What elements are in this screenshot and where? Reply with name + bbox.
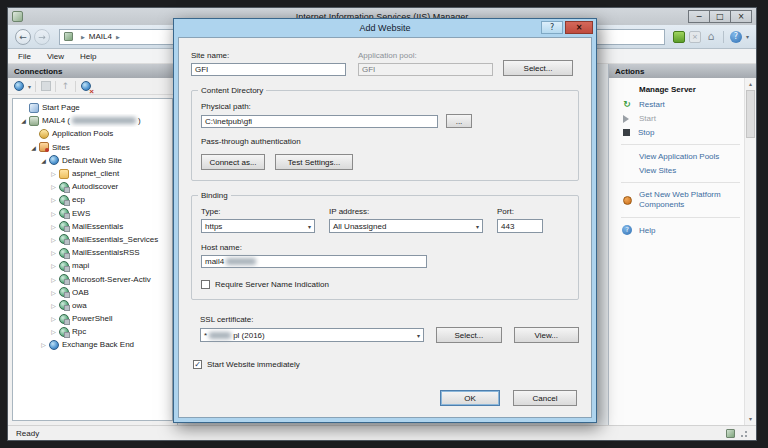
virtual-directory-icon	[59, 182, 69, 192]
tree-item-server[interactable]: ◢ MAIL4 ()	[13, 114, 172, 127]
start-page-icon	[29, 103, 39, 113]
action-stop[interactable]: Stop	[621, 128, 740, 137]
tree-item-sites[interactable]: ◢ Sites	[13, 141, 172, 154]
save-connections-icon[interactable]	[40, 81, 51, 92]
minimize-button[interactable]: −	[688, 10, 710, 23]
tree-item-rpc[interactable]: ▷ Rpc	[13, 325, 172, 338]
tree-item-oab[interactable]: ▷ OAB	[13, 286, 172, 299]
require-sni-checkbox[interactable]	[201, 280, 210, 289]
port-input[interactable]: 443	[497, 219, 543, 233]
ssl-certificate-dropdown[interactable]: *pl (2016) ▾	[200, 328, 424, 342]
help-icon[interactable]: ?	[730, 31, 742, 43]
ok-button[interactable]: OK	[440, 390, 500, 406]
tree-item-mailessentials[interactable]: ▷ MailEssentials	[13, 220, 172, 233]
expander-icon[interactable]: ▷	[49, 236, 58, 243]
cancel-button[interactable]: Cancel	[513, 390, 577, 406]
webdeploy-icon[interactable]	[673, 31, 685, 43]
tree-item-start-page[interactable]: Start Page	[13, 101, 172, 114]
site-name-input[interactable]: GFI	[191, 63, 346, 76]
ip-address-dropdown[interactable]: All Unassigned ▾	[329, 219, 483, 233]
tree-item-mapi[interactable]: ▷ mapi	[13, 259, 172, 272]
tree-item-ews[interactable]: ▷ EWS	[13, 207, 172, 220]
expander-icon[interactable]: ▷	[49, 170, 58, 177]
tree-item-autodiscover[interactable]: ▷ Autodiscover	[13, 180, 172, 193]
actions-divider	[621, 217, 740, 218]
connect-as-button[interactable]: Connect as...	[201, 154, 265, 170]
host-name-input[interactable]: mail4	[201, 255, 427, 268]
expander-icon[interactable]: ▷	[39, 341, 48, 348]
expander-icon[interactable]: ◢	[19, 117, 28, 124]
resize-grip[interactable]	[739, 429, 748, 438]
remove-connection-icon[interactable]	[80, 81, 91, 92]
physical-path-input[interactable]: C:\inetpub\gfi	[201, 115, 438, 128]
scroll-up-icon[interactable]: ▴	[745, 78, 756, 90]
virtual-directory-icon	[59, 314, 69, 324]
maximize-button[interactable]: □	[709, 10, 731, 23]
tree-item-microsoft-server-activesync[interactable]: ▷ Microsoft-Server-Activ	[13, 272, 172, 285]
chevron-down-icon[interactable]: ▾	[746, 33, 749, 40]
browse-button[interactable]: ...	[446, 114, 472, 128]
actions-scrollbar[interactable]: ▴ ▾	[744, 78, 756, 425]
close-button[interactable]: ×	[730, 10, 752, 23]
expander-icon[interactable]: ▷	[49, 262, 58, 269]
tree-item-ecp[interactable]: ▷ ecp	[13, 193, 172, 206]
action-view-sites[interactable]: View Sites	[639, 166, 740, 175]
action-restart[interactable]: ↻ Restart	[621, 99, 740, 109]
expander-icon[interactable]: ▷	[49, 249, 58, 256]
start-website-row[interactable]: ✓ Start Website immediately	[193, 360, 579, 369]
expander-icon[interactable]: ◢	[39, 157, 48, 164]
ssl-view-button[interactable]: View...	[514, 327, 579, 343]
sites-folder-icon	[39, 142, 49, 152]
check-icon: ✓	[194, 361, 201, 369]
ssl-certificate-label: SSL certificate:	[200, 315, 579, 324]
expander-icon[interactable]: ▷	[49, 196, 58, 203]
expander-icon[interactable]: ▷	[49, 276, 58, 283]
menu-help[interactable]: Help	[80, 52, 96, 61]
home-icon[interactable]: ⌂	[705, 31, 717, 43]
up-level-icon[interactable]: ↑	[60, 81, 71, 92]
connections-panel: Connections ▾ ↑ Start Page ◢ M	[8, 64, 178, 425]
forward-button[interactable]: →	[34, 29, 50, 45]
expander-icon[interactable]: ▷	[49, 328, 58, 335]
virtual-directory-icon	[59, 195, 69, 205]
menu-view[interactable]: View	[47, 52, 64, 61]
tree-item-owa[interactable]: ▷ owa	[13, 299, 172, 312]
expander-icon[interactable]: ▷	[49, 210, 58, 217]
dialog-close-button[interactable]: ×	[565, 21, 593, 34]
scroll-down-icon[interactable]: ▾	[745, 413, 756, 425]
ssl-select-button[interactable]: Select...	[436, 327, 501, 343]
menu-file[interactable]: File	[18, 52, 31, 61]
back-button[interactable]: ←	[15, 29, 31, 45]
tree-item-mailessentials-services[interactable]: ▷ MailEssentials_Services	[13, 233, 172, 246]
tree-item-powershell[interactable]: ▷ PowerShell	[13, 312, 172, 325]
expander-icon[interactable]: ▷	[49, 223, 58, 230]
select-app-pool-button[interactable]: Select...	[503, 60, 573, 76]
connect-server-icon[interactable]	[13, 81, 24, 92]
virtual-directory-icon	[59, 287, 69, 297]
action-help[interactable]: ? Help	[621, 225, 740, 235]
require-sni-row[interactable]: Require Server Name Indication	[201, 280, 569, 289]
tree-item-mailessentialsrss[interactable]: ▷ MailEssentialsRSS	[13, 246, 172, 259]
dialog-help-button[interactable]: ?	[541, 21, 563, 34]
test-settings-button[interactable]: Test Settings...	[275, 154, 353, 170]
expander-icon[interactable]: ▷	[49, 183, 58, 190]
tree-item-aspnet-client[interactable]: ▷ aspnet_client	[13, 167, 172, 180]
scrollbar-thumb[interactable]	[746, 90, 755, 138]
virtual-directory-icon	[59, 221, 69, 231]
expander-icon[interactable]: ▷	[49, 302, 58, 309]
expander-icon[interactable]: ▷	[49, 289, 58, 296]
start-website-label: Start Website immediately	[207, 360, 300, 369]
expander-icon[interactable]: ◢	[29, 144, 38, 151]
tree-item-exchange-back-end[interactable]: ▷ Exchange Back End	[13, 338, 172, 351]
chevron-down-icon[interactable]: ▾	[28, 83, 31, 90]
tree-item-default-web-site[interactable]: ◢ Default Web Site	[13, 154, 172, 167]
dialog-title: Add Website	[360, 23, 411, 33]
expander-icon[interactable]: ▷	[49, 315, 58, 322]
breadcrumb-server[interactable]: MAIL4	[89, 32, 112, 41]
tree-item-application-pools[interactable]: Application Pools	[13, 127, 172, 140]
action-view-application-pools[interactable]: View Application Pools	[639, 152, 740, 161]
crumb-arrow-icon[interactable]: ▶	[116, 34, 120, 40]
start-website-checkbox[interactable]: ✓	[193, 360, 202, 369]
type-dropdown[interactable]: https ▾	[201, 219, 315, 233]
action-get-new-web-platform[interactable]: Get New Web Platform Components	[621, 190, 740, 210]
